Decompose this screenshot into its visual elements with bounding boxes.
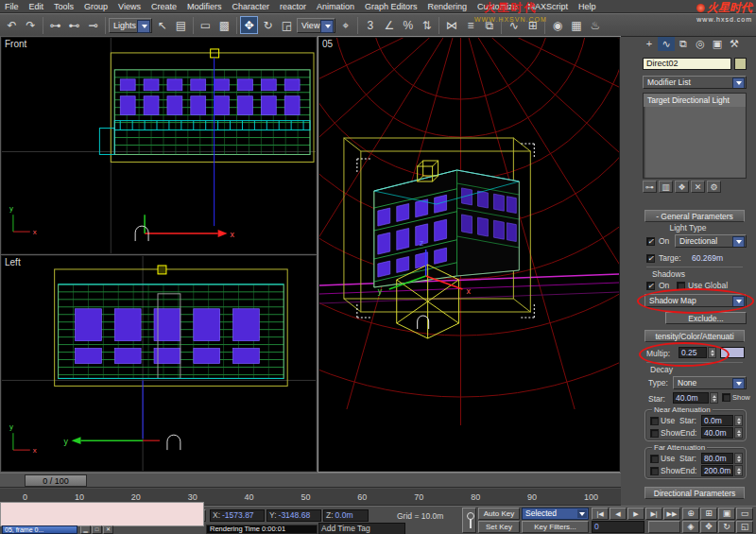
- key-mode-toggle[interactable]: [648, 521, 680, 533]
- near-show-checkbox[interactable]: [650, 429, 659, 438]
- light-color-swatch[interactable]: [720, 347, 745, 358]
- shadow-type-dropdown[interactable]: Shadow Map: [644, 294, 747, 307]
- menu-edit[interactable]: Edit: [29, 2, 44, 11]
- restore-icon[interactable]: □: [92, 525, 102, 534]
- zoom-region-icon[interactable]: ▭: [736, 508, 753, 520]
- modifier-list-dropdown[interactable]: Modifier List: [643, 76, 747, 89]
- material-editor-icon[interactable]: ◉: [548, 16, 566, 34]
- viewport-left-label[interactable]: Left: [5, 257, 21, 267]
- unlink-icon[interactable]: ⊷: [65, 16, 83, 34]
- multiplier-field[interactable]: 0.25: [679, 347, 707, 358]
- tab-motion-icon[interactable]: ◎: [692, 37, 709, 51]
- multiplier-spinner[interactable]: [708, 347, 716, 358]
- decay-show-checkbox[interactable]: [722, 393, 730, 402]
- go-to-start-button[interactable]: |◀: [592, 508, 609, 520]
- use-global-checkbox[interactable]: [677, 282, 685, 290]
- time-slider-handle[interactable]: 0 / 100: [25, 474, 87, 487]
- undo-icon[interactable]: ↶: [3, 16, 21, 34]
- pan-icon[interactable]: ✥: [700, 521, 717, 533]
- y-coordinate-field[interactable]: Y:-3148.68: [266, 509, 321, 522]
- decay-start-field[interactable]: 40.0m: [673, 392, 709, 404]
- zoom-all-icon[interactable]: ⊞: [700, 508, 717, 520]
- show-end-result-icon[interactable]: ▥: [659, 181, 673, 193]
- quick-render-icon[interactable]: ♨: [586, 16, 604, 34]
- near-start-field[interactable]: 0.0m: [701, 415, 733, 426]
- far-end-field[interactable]: 200.0m: [701, 465, 733, 476]
- stack-item-light[interactable]: Target Directional Light: [644, 94, 746, 107]
- wireframe-color-swatch[interactable]: [734, 58, 747, 70]
- redo-icon[interactable]: ↷: [22, 16, 40, 34]
- render-setup-icon[interactable]: ▦: [567, 16, 585, 34]
- pin-stack-icon[interactable]: ⊶: [643, 181, 657, 193]
- curve-editor-icon[interactable]: ∿: [505, 16, 523, 34]
- selection-filter-dropdown[interactable]: Lights: [109, 18, 152, 33]
- select-by-name-icon[interactable]: ▤: [172, 16, 190, 34]
- taskbar-render-item[interactable]: 05, frame 0...: [2, 525, 77, 534]
- object-name-field[interactable]: Direct02: [643, 58, 731, 70]
- crossing-selection-icon[interactable]: ▩: [215, 16, 233, 34]
- target-checkbox[interactable]: ✓: [646, 254, 655, 263]
- bind-to-space-warp-icon[interactable]: ⊸: [84, 16, 102, 34]
- menu-reactor[interactable]: reactor: [280, 2, 306, 11]
- min-max-toggle-icon[interactable]: ◱: [736, 521, 753, 533]
- arc-rotate-icon[interactable]: ↻: [718, 521, 735, 533]
- select-object-icon[interactable]: ↖: [153, 16, 171, 34]
- layer-manager-icon[interactable]: ⧉: [480, 16, 498, 34]
- tab-modify-icon[interactable]: ∿: [658, 37, 675, 51]
- far-use-checkbox[interactable]: [650, 455, 659, 463]
- rollout-general-parameters[interactable]: - General Parameters: [644, 210, 745, 222]
- menu-customize[interactable]: Customize: [477, 2, 518, 11]
- tab-display-icon[interactable]: ▣: [709, 37, 726, 51]
- main-viewport-canvas[interactable]: x y z: [319, 38, 619, 471]
- key-filters-button[interactable]: Key Filters...: [522, 521, 589, 533]
- make-unique-icon[interactable]: ❖: [675, 181, 689, 193]
- menu-rendering[interactable]: Rendering: [428, 2, 468, 11]
- light-on-checkbox[interactable]: ✓: [646, 237, 655, 246]
- current-frame-field[interactable]: 0: [592, 521, 644, 533]
- menu-create[interactable]: Create: [151, 2, 177, 11]
- near-end-spinner[interactable]: [734, 427, 743, 439]
- viewport-left[interactable]: Left y x y: [1, 255, 317, 472]
- x-coordinate-field[interactable]: X:-1573.87: [210, 509, 265, 522]
- tab-utilities-icon[interactable]: ⚒: [726, 37, 743, 51]
- near-end-field[interactable]: 40.0m: [701, 427, 733, 439]
- decay-start-spinner[interactable]: [710, 392, 718, 404]
- rectangular-region-icon[interactable]: ▭: [197, 16, 215, 34]
- remove-modifier-icon[interactable]: ✕: [691, 181, 705, 193]
- spinner-snap-icon[interactable]: ⇅: [418, 16, 436, 34]
- viewport-front[interactable]: Front x x: [1, 37, 317, 254]
- go-to-end-button[interactable]: ▶▶: [663, 508, 680, 520]
- tab-hierarchy-icon[interactable]: ⧉: [675, 37, 692, 51]
- percent-snap-icon[interactable]: %: [399, 16, 417, 34]
- menu-file[interactable]: File: [5, 2, 19, 11]
- far-start-field[interactable]: 80.0m: [701, 453, 733, 464]
- configure-modifier-sets-icon[interactable]: ⚙: [707, 181, 721, 193]
- scale-icon[interactable]: ◲: [278, 16, 296, 34]
- z-coordinate-field[interactable]: Z:0.0m: [323, 509, 369, 522]
- previous-frame-button[interactable]: ◀: [610, 508, 627, 520]
- angle-snap-icon[interactable]: ∠: [380, 16, 398, 34]
- align-icon[interactable]: ≡: [461, 16, 479, 34]
- menu-modifiers[interactable]: Modifiers: [187, 2, 222, 11]
- close-icon[interactable]: ✕: [103, 525, 113, 534]
- rotate-icon[interactable]: ↻: [259, 16, 277, 34]
- viewport-main[interactable]: 05: [318, 37, 620, 472]
- use-pivot-center-icon[interactable]: ⌖: [336, 16, 354, 34]
- add-time-tag[interactable]: Add Time Tag: [318, 523, 405, 534]
- auto-key-button[interactable]: Auto Key: [478, 508, 520, 520]
- far-show-checkbox[interactable]: [650, 467, 659, 475]
- menu-group[interactable]: Group: [84, 2, 108, 11]
- minimize-icon[interactable]: ▁: [80, 525, 91, 534]
- modifier-stack[interactable]: Target Directional Light: [643, 93, 747, 179]
- front-viewport-canvas[interactable]: x x y: [2, 38, 316, 253]
- menu-maxscript[interactable]: MAXScript: [528, 2, 569, 11]
- menu-animation[interactable]: Animation: [317, 2, 354, 11]
- zoom-icon[interactable]: ⊕: [682, 508, 699, 520]
- time-slider-track[interactable]: 0 / 100: [0, 473, 621, 488]
- decay-type-dropdown[interactable]: None: [673, 376, 747, 389]
- far-end-spinner[interactable]: [734, 465, 743, 476]
- zoom-extents-icon[interactable]: ▣: [718, 508, 735, 520]
- target-distance-value[interactable]: 60.269m: [692, 253, 723, 263]
- far-start-spinner[interactable]: [734, 453, 743, 464]
- shadows-on-checkbox[interactable]: ✓: [646, 282, 655, 290]
